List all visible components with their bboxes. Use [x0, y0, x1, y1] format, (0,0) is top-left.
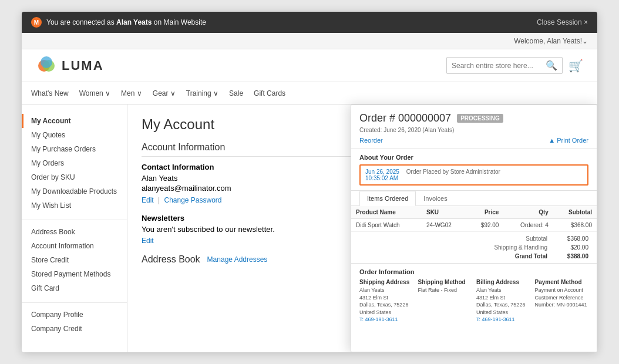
- shipping-method-text: Flat Rate - Fixed: [418, 287, 472, 294]
- subtotal-value: $368.00: [559, 235, 588, 242]
- address-book-title: Address Book: [142, 254, 200, 265]
- nav-gear[interactable]: Gear ∨: [153, 89, 176, 97]
- admin-bar-message: You are connected as Alan Yeats on Main …: [46, 18, 206, 26]
- tab-invoices[interactable]: Invoices: [416, 191, 455, 206]
- search-box: 🔍: [446, 57, 563, 74]
- reorder-link[interactable]: Reorder: [359, 137, 383, 144]
- shipping-address-col: Shipping Address Alan Yeats4312 Elm StDa…: [359, 279, 413, 323]
- col-price: Price: [467, 206, 504, 219]
- shipping-address-text: Alan Yeats4312 Elm StDallas, Texas, 7522…: [359, 287, 413, 323]
- sidebar-item-company-credit[interactable]: Company Credit: [22, 322, 127, 336]
- order-number: Order # 000000007: [359, 112, 451, 124]
- col-subtotal: Subtotal: [553, 206, 597, 219]
- manage-addresses-link[interactable]: Manage Addresses: [207, 255, 268, 264]
- nav-gift-cards[interactable]: Gift Cards: [254, 89, 285, 97]
- admin-bar-left: M You are connected as Alan Yeats on Mai…: [31, 17, 206, 28]
- grand-total-row: Grand Total $388.00: [359, 252, 588, 261]
- nav-women[interactable]: Women ∨: [79, 89, 110, 97]
- billing-address-text: Alan Yeats4312 Elm StDallas, Texas, 7522…: [476, 287, 530, 323]
- timeline-date: Jun 26, 202510:35:02 AM: [365, 168, 399, 181]
- sidebar-item-my-orders[interactable]: My Orders: [22, 156, 127, 170]
- col-qty: Qty: [503, 206, 553, 219]
- tab-items-ordered[interactable]: Items Ordered: [359, 191, 416, 206]
- logo-text: LUMA: [62, 58, 104, 73]
- totals-section: Subtotal $368.00 Shipping & Handling $20…: [351, 232, 597, 263]
- sidebar-item-company-profile[interactable]: Company Profile: [22, 308, 127, 322]
- change-password-link[interactable]: Change Password: [164, 196, 221, 204]
- logo[interactable]: LUMA: [36, 55, 104, 76]
- welcome-text: Welcome, Alan Yeats!: [514, 37, 582, 45]
- sidebar-item-wish-list[interactable]: My Wish List: [22, 198, 127, 213]
- shipping-label: Shipping & Handling: [494, 244, 547, 251]
- order-title-row: Order # 000000007 PROCESSING: [359, 112, 588, 124]
- col-sku: SKU: [422, 206, 467, 219]
- nav-whats-new[interactable]: What's New: [31, 89, 69, 97]
- subtotal-row: Subtotal $368.00: [359, 234, 588, 243]
- close-session-button[interactable]: Close Session ×: [537, 18, 588, 26]
- logo-icon: [36, 55, 57, 76]
- site-nav: What's New Women ∨ Men ∨ Gear ∨ Training…: [22, 82, 597, 105]
- shipping-address-title: Shipping Address: [359, 279, 413, 285]
- order-actions: Reorder ▲ Print Order: [359, 137, 588, 144]
- newsletter-edit-link[interactable]: Edit: [142, 237, 154, 245]
- nav-sale[interactable]: Sale: [229, 89, 243, 97]
- sidebar-item-my-account[interactable]: My Account: [22, 114, 127, 128]
- product-subtotal: $368.00: [553, 219, 597, 232]
- sidebar-item-store-credit[interactable]: Store Credit: [22, 253, 127, 267]
- sidebar-item-my-quotes[interactable]: My Quotes: [22, 128, 127, 142]
- sidebar-item-account-info[interactable]: Account Information: [22, 239, 127, 253]
- site-header: LUMA 🔍 🛒: [22, 49, 597, 82]
- product-sku: 24-WG02: [422, 219, 467, 232]
- grand-total-value: $388.00: [559, 253, 588, 259]
- main-content: My Account My Quotes My Purchase Orders …: [22, 105, 597, 352]
- timeline-item: Jun 26, 202510:35:02 AM Order Placed by …: [359, 164, 588, 186]
- sidebar-item-my-purchase-orders[interactable]: My Purchase Orders: [22, 142, 127, 156]
- order-info-section: Order Information Shipping Address Alan …: [351, 263, 597, 328]
- grand-total-label: Grand Total: [515, 253, 547, 259]
- search-input[interactable]: [452, 62, 546, 70]
- order-created: Created: June 26, 2020 (Alan Yeats): [359, 127, 588, 133]
- billing-address-col: Billing Address Alan Yeats4312 Elm StDal…: [476, 279, 530, 323]
- shipping-method-col: Shipping Method Flat Rate - Fixed: [418, 279, 472, 323]
- header-right: 🔍 🛒: [446, 57, 583, 74]
- order-header: Order # 000000007 PROCESSING Created: Ju…: [351, 105, 597, 149]
- billing-address-title: Billing Address: [476, 279, 530, 285]
- search-icon[interactable]: 🔍: [546, 60, 557, 71]
- about-section: About Your Order Jun 26, 202510:35:02 AM…: [351, 149, 597, 191]
- status-badge: PROCESSING: [457, 114, 503, 123]
- sidebar-item-downloadable[interactable]: My Downloadable Products: [22, 184, 127, 198]
- sidebar: My Account My Quotes My Purchase Orders …: [22, 105, 127, 352]
- nav-men[interactable]: Men ∨: [121, 89, 142, 97]
- payment-method-title: Payment Method: [535, 279, 589, 285]
- svg-point-2: [41, 56, 52, 68]
- cart-button[interactable]: 🛒: [568, 59, 583, 73]
- product-price: $92.00: [467, 219, 504, 232]
- order-info-title: Order Information: [359, 268, 588, 275]
- product-name: Didi Sport Watch: [351, 219, 422, 232]
- shipping-value: $20.00: [559, 244, 588, 251]
- admin-bar: M You are connected as Alan Yeats on Mai…: [22, 12, 597, 33]
- order-overlay: Order # 000000007 PROCESSING Created: Ju…: [351, 105, 597, 352]
- table-row: Didi Sport Watch 24-WG02 $92.00 Ordered:…: [351, 219, 597, 232]
- info-cols: Shipping Address Alan Yeats4312 Elm StDa…: [359, 279, 588, 323]
- welcome-bar: Welcome, Alan Yeats! ⌄: [22, 33, 597, 49]
- timeline-event: Order Placed by Store Administrator: [406, 168, 500, 175]
- magento-icon: M: [31, 17, 42, 28]
- shipping-row: Shipping & Handling $20.00: [359, 243, 588, 252]
- product-qty: Ordered: 4: [503, 219, 553, 232]
- payment-method-col: Payment Method Payment on AccountCustome…: [535, 279, 589, 323]
- about-title: About Your Order: [359, 154, 588, 161]
- sidebar-item-gift-card[interactable]: Gift Card: [22, 281, 127, 295]
- tabs-bar: Items Ordered Invoices: [351, 191, 597, 206]
- sidebar-item-address-book[interactable]: Address Book: [22, 225, 127, 239]
- nav-training[interactable]: Training ∨: [186, 89, 218, 97]
- col-product-name: Product Name: [351, 206, 422, 219]
- edit-contact-link[interactable]: Edit: [142, 196, 154, 204]
- sidebar-item-payment-methods[interactable]: Stored Payment Methods: [22, 267, 127, 281]
- sidebar-item-order-by-sku[interactable]: Order by SKU: [22, 170, 127, 184]
- subtotal-label: Subtotal: [526, 235, 547, 242]
- payment-method-text: Payment on AccountCustomer Reference Num…: [535, 287, 589, 309]
- order-table: Product Name SKU Price Qty Subtotal Didi…: [351, 206, 597, 232]
- welcome-chevron[interactable]: ⌄: [582, 37, 588, 45]
- print-link[interactable]: ▲ Print Order: [549, 137, 588, 144]
